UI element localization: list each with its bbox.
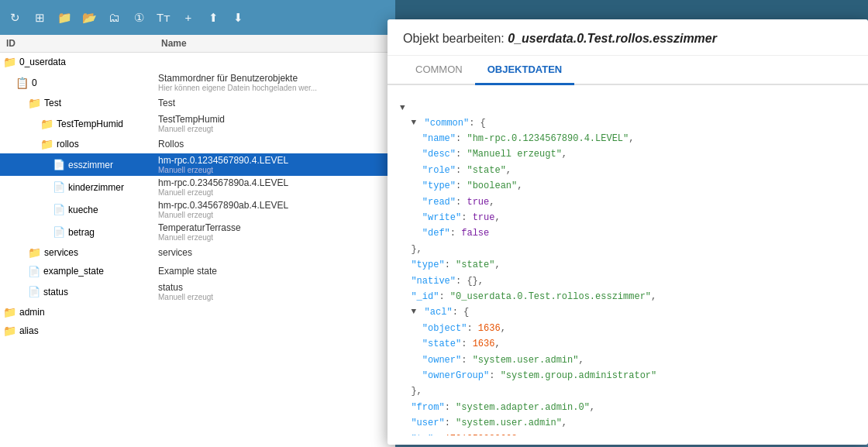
file-tree: 📁0_userdata📋0Stammordner für Benutzerobj…: [0, 53, 395, 447]
tree-item-desc: Manuell erzeugt: [158, 233, 392, 242]
json-trail: ,: [578, 352, 584, 368]
folder-add-icon[interactable]: 🗂: [105, 9, 122, 26]
json-key: "write": [422, 210, 461, 225]
tree-row-admin[interactable]: 📁admin: [0, 303, 395, 321]
dialog-title-em: 0_userdata.0.Test.rollos.esszimmer: [508, 32, 717, 45]
json-punct: },: [411, 242, 422, 257]
upload-icon[interactable]: ⬆: [205, 9, 222, 26]
json-number-value: 1636: [478, 321, 501, 336]
tab-objektdaten[interactable]: OBJEKTDATEN: [475, 56, 575, 85]
tree-row-kueche[interactable]: 📄kuechehm-rpc.0.34567890ab.4.LEVELManuel…: [0, 198, 395, 221]
refresh-icon[interactable]: ↻: [6, 9, 23, 26]
tree-id-cell: 📄esszimmer: [3, 159, 158, 170]
folder-icon: 📁: [3, 306, 16, 318]
json-trail: ,: [562, 415, 567, 431]
tree-item-desc: Manuell erzeugt: [158, 166, 392, 174]
object-edit-dialog: Objekt bearbeiten: 0_userdata.0.Test.rol…: [388, 19, 868, 445]
tree-row-TestTempHumid[interactable]: 📁TestTempHumidTestTempHumidManuell erzeu…: [0, 112, 395, 135]
json-string-value: "boolean": [467, 178, 517, 194]
file-icon: 📄: [28, 266, 40, 277]
json-line: ▼ "acl": {: [400, 304, 856, 320]
tree-item-desc: Manuell erzeugt: [158, 125, 392, 133]
dialog-title: Objekt bearbeiten: 0_userdata.0.Test.rol…: [388, 19, 868, 56]
tree-row-services[interactable]: 📁servicesservices: [0, 243, 395, 262]
json-line: "role": "state",: [400, 163, 856, 178]
json-punct: :: [456, 178, 467, 194]
json-line: "ts": 1701950089668: [400, 432, 856, 436]
folder-icon: 📁: [28, 97, 41, 109]
tree-item-label: example_state: [43, 266, 104, 277]
json-punct: :: [456, 163, 467, 178]
json-punct: :: [439, 289, 450, 304]
json-line: "native": {},: [400, 273, 856, 289]
tree-item-name: Rollos: [158, 139, 184, 150]
tree-item-label: services: [44, 247, 78, 258]
add-icon[interactable]: +: [180, 9, 197, 26]
number-icon[interactable]: ①: [130, 9, 147, 26]
json-key: "state": [422, 336, 461, 352]
tree-row-betrag[interactable]: 📄betragTemperaturTerrasseManuell erzeugt: [0, 221, 395, 243]
tree-row-status[interactable]: 📄statusstatusManuell erzeugt: [0, 280, 395, 303]
json-key: "native": [411, 273, 456, 289]
json-key: "name": [422, 131, 456, 146]
tree-row-Test[interactable]: 📁TestTest: [0, 94, 395, 112]
json-punct: :: [456, 131, 467, 146]
json-trail: ,: [590, 400, 595, 415]
tree-item-label: kueche: [68, 205, 98, 215]
json-expand-toggle[interactable]: ▼: [411, 304, 421, 319]
tab-common[interactable]: COMMON: [403, 56, 475, 85]
file-icon: 📄: [53, 226, 65, 238]
json-line: "name": "hm-rpc.0.1234567890.4.LEVEL",: [400, 131, 856, 146]
json-line: "from": "system.adapter.admin.0",: [400, 400, 856, 415]
tree-item-label: 0_userdata: [19, 57, 66, 67]
tree-row-example_state[interactable]: 📄example_stateExample state: [0, 262, 395, 280]
tree-item-label: rollos: [57, 139, 79, 150]
dialog-content: ▼ ▼ "common": { "name": "hm-rpc.0.123456…: [388, 85, 868, 445]
json-punct: :: [445, 257, 456, 273]
download-icon[interactable]: ⬇: [229, 9, 246, 26]
tree-item-label: alias: [19, 325, 39, 336]
tree-item-name: Test: [158, 98, 175, 108]
folder-icon-btn[interactable]: 📁: [56, 9, 73, 26]
tree-id-cell: 📁services: [3, 246, 158, 259]
tree-id-cell: 📄betrag: [3, 226, 158, 238]
json-punct: :: [456, 146, 467, 162]
folder-special-icon: 📋: [16, 77, 29, 89]
json-bool-value: true: [473, 210, 495, 225]
json-string-value: "system.user.admin": [456, 415, 562, 431]
tree-id-cell: 📄kinderzimmer: [3, 181, 158, 193]
tree-name-cell: Stammordner für BenutzerobjekteHier könn…: [158, 73, 392, 92]
tree-name-cell: hm-rpc.0.1234567890.4.LEVELManuell erzeu…: [158, 155, 392, 174]
grid-icon[interactable]: ⊞: [31, 9, 48, 26]
json-trail: ,: [562, 146, 567, 162]
tree-item-desc: Manuell erzeugt: [158, 293, 392, 301]
json-key: "owner": [422, 352, 461, 368]
tree-row-rollos[interactable]: 📁rollosRollos: [0, 135, 395, 153]
json-key: "role": [422, 163, 456, 178]
json-expand-toggle[interactable]: ▼: [400, 101, 410, 115]
json-punct: :: [433, 432, 444, 436]
json-string-value: "system.user.admin": [473, 352, 579, 368]
json-key: "acl": [425, 304, 453, 320]
json-key: "object": [422, 321, 467, 336]
json-string-value: "Manuell erzeugt": [467, 146, 561, 162]
tree-row-alias[interactable]: 📁alias: [0, 321, 395, 340]
json-key: "ownerGroup": [422, 368, 489, 383]
json-expand-toggle[interactable]: ▼: [411, 115, 421, 130]
json-line: "user": "system.user.admin",: [400, 415, 856, 431]
dialog-tabs: COMMON OBJEKTDATEN: [388, 56, 868, 85]
tree-row-kinderzimmer[interactable]: 📄kinderzimmerhm-rpc.0.234567890a.4.LEVEL…: [0, 176, 395, 198]
text-sort-icon[interactable]: Tᴛ: [155, 9, 172, 26]
tree-row-0_userdata[interactable]: 📁0_userdata: [0, 53, 395, 71]
json-key: "common": [425, 115, 470, 131]
json-line: "read": true,: [400, 194, 856, 210]
tree-item-desc: Manuell erzeugt: [158, 211, 392, 219]
tree-item-label: kinderzimmer: [68, 182, 124, 193]
json-key: "type": [411, 257, 444, 273]
json-trail: ,: [506, 163, 512, 178]
tree-row-0[interactable]: 📋0Stammordner für BenutzerobjekteHier kö…: [0, 71, 395, 94]
tree-item-label: status: [43, 287, 68, 297]
json-viewer[interactable]: ▼ ▼ "common": { "name": "hm-rpc.0.123456…: [388, 95, 868, 435]
folder-open-icon[interactable]: 📂: [81, 9, 98, 26]
tree-row-esszimmer[interactable]: 📄esszimmerhm-rpc.0.1234567890.4.LEVELMan…: [0, 153, 395, 176]
